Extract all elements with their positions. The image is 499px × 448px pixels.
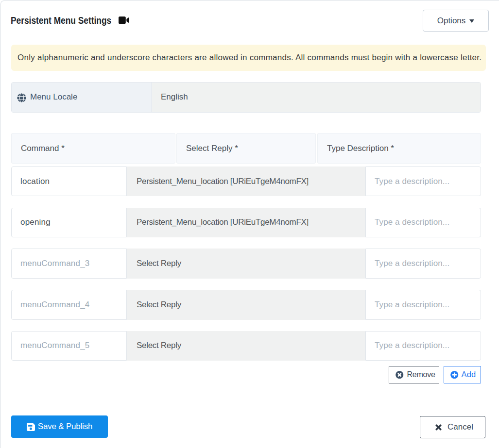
page-title: Persistent Menu Settings [11, 15, 111, 27]
globe-icon [17, 93, 26, 102]
command-row: Select Reply [11, 290, 481, 320]
warning-alert-text: Only alphanumeric and underscore charact… [17, 53, 482, 63]
plus-circle-icon [450, 371, 459, 379]
cancel-button-label: Cancel [447, 422, 473, 432]
select-reply-value: Select Reply [137, 259, 181, 268]
command-row: Select Reply [11, 249, 481, 279]
description-input[interactable] [365, 208, 481, 238]
description-input[interactable] [365, 331, 481, 361]
menu-locale-value: English [152, 83, 481, 112]
save-button-label: Save & Publish [38, 422, 93, 431]
options-button[interactable]: Options [423, 10, 489, 32]
description-input[interactable] [365, 290, 481, 320]
select-reply-dropdown[interactable]: Persistent_Menu_location [URiEuTgeM4nomF… [127, 208, 365, 238]
select-reply-dropdown[interactable]: Select Reply [127, 290, 365, 320]
warning-alert: Only alphanumeric and underscore charact… [11, 45, 486, 71]
column-header-label: Select Reply * [186, 144, 238, 153]
times-icon [434, 423, 443, 431]
cancel-button[interactable]: Cancel [420, 416, 485, 438]
command-input[interactable] [11, 331, 127, 361]
select-reply-value: Select Reply [137, 341, 181, 350]
options-button-label: Options [437, 16, 466, 26]
description-input[interactable] [365, 249, 481, 279]
menu-locale-value-text: English [161, 92, 188, 102]
save-icon [27, 423, 35, 431]
column-header-type-description: Type Description * [317, 133, 481, 164]
remove-button-label: Remove [407, 370, 435, 379]
times-circle-icon [396, 371, 404, 379]
column-header-label: Command * [21, 144, 65, 153]
command-input[interactable] [11, 290, 127, 320]
save-publish-button[interactable]: Save & Publish [11, 415, 108, 438]
select-reply-dropdown[interactable]: Select Reply [127, 249, 365, 279]
command-input[interactable] [11, 166, 127, 197]
video-camera-icon [119, 17, 129, 24]
column-header-label: Type Description * [327, 144, 394, 153]
remove-button[interactable]: Remove [389, 366, 439, 383]
command-input[interactable] [11, 249, 127, 279]
menu-locale-label-cell: Menu Locale [12, 83, 152, 112]
select-reply-value: Select Reply [137, 300, 181, 310]
command-row: Select Reply [11, 331, 481, 361]
command-row: Persistent_Menu_location [URiEuTgeM4nomF… [11, 208, 481, 238]
select-reply-dropdown[interactable]: Select Reply [127, 331, 365, 361]
select-reply-value: Persistent_Menu_location [URiEuTgeM4nomF… [137, 217, 309, 227]
menu-locale-group: Menu Locale English [11, 82, 481, 113]
add-button[interactable]: Add [444, 366, 481, 383]
column-header-command: Command * [11, 133, 175, 164]
select-reply-dropdown[interactable]: Persistent_Menu_location [URiEuTgeM4nomF… [127, 166, 365, 197]
description-input[interactable] [365, 166, 481, 197]
select-reply-value: Persistent_Menu_location [URiEuTgeM4nomF… [137, 177, 309, 186]
caret-down-icon [469, 19, 474, 23]
menu-locale-label: Menu Locale [30, 92, 77, 102]
command-row: Persistent_Menu_location [URiEuTgeM4nomF… [11, 166, 481, 197]
add-button-label: Add [462, 370, 476, 379]
column-header-select-reply: Select Reply * [176, 133, 316, 164]
command-input[interactable] [11, 208, 127, 238]
